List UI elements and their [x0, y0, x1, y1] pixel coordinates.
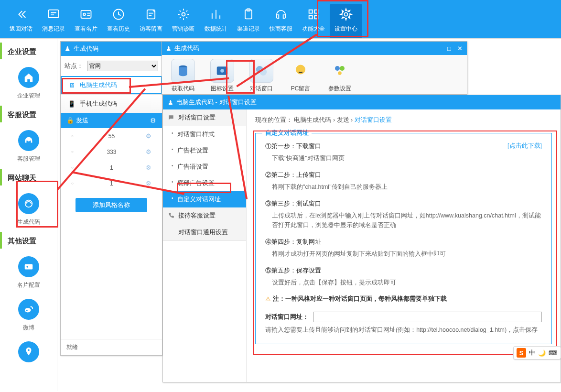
svg-point-24: [259, 68, 267, 76]
mobile-icon: 📱: [67, 99, 76, 108]
clipboard-icon: [232, 7, 265, 22]
sidebar-cat-agent: 客服设置: [0, 106, 57, 122]
step3-desc: 上传成功后，在ie浏览器中输入刚上传对话窗口网址，如http://www.kua…: [265, 211, 542, 230]
sidebar: 企业设置 企业管理 客服设置 客服管理 网站聊天 生成代码 其他设置 名片配置 …: [0, 39, 57, 391]
gencode-tab-mobile[interactable]: 📱手机生成代码: [61, 94, 162, 113]
svg-point-16: [26, 266, 28, 268]
wiz-chat[interactable]: 对话窗口: [247, 59, 276, 93]
chat-url-input[interactable]: [313, 312, 542, 322]
svg-point-28: [338, 71, 342, 75]
history-icon: [102, 7, 135, 22]
chat-icon: [249, 59, 273, 83]
sidebar-cat-webchat: 网站聊天: [0, 169, 57, 185]
nav-cat-reception[interactable]: 接待客服设置: [163, 207, 246, 224]
settings-window: 电脑生成代码 - 对话窗口设置 对话窗口设置 对话窗口样式 广告栏设置 广告语设…: [162, 95, 561, 382]
step1-title: ①第一步：下载窗口: [265, 142, 542, 151]
breadcrumb: 现在的位置： 电脑生成代码 › 发送 › 对话窗口设置: [255, 116, 552, 124]
wiz-pcmsg[interactable]: PC留言: [286, 59, 315, 93]
step2-desc: 将刚下载的"chat.html"传到自己的服务器上: [265, 182, 542, 192]
pcmsg-icon: [289, 59, 313, 83]
site-label: 站点：: [65, 62, 83, 70]
maximize-button[interactable]: □: [446, 45, 453, 52]
close-button[interactable]: ✕: [456, 45, 463, 52]
gear-icon: ⚙: [146, 132, 151, 140]
ime-toolbar[interactable]: S 中 🌙 ⌨: [513, 346, 561, 359]
topbar-channel[interactable]: 渠道记录: [232, 4, 265, 38]
step2-title: ②第二步：上传窗口: [265, 171, 542, 179]
site-select[interactable]: 官网: [87, 61, 158, 71]
svg-rect-1: [81, 11, 91, 18]
style-item[interactable]: 55⚙: [61, 128, 162, 144]
wizard-panel: 生成代码 — □ ✕ 获取代码 图标设置 对话窗口 PC留言 参数设置: [162, 41, 467, 95]
svg-rect-11: [314, 15, 318, 19]
style-item[interactable]: 333⚙: [61, 144, 162, 160]
sidebar-item-location[interactable]: [0, 338, 57, 371]
fieldset-legend: 自定义对话网址: [262, 129, 312, 137]
sidebar-item-enterprise[interactable]: 企业管理: [0, 63, 57, 106]
topbar-card[interactable]: 查看名片: [70, 4, 102, 38]
sidebar-item-weibo[interactable]: 微博: [0, 295, 57, 338]
topbar-note[interactable]: 访客留言: [135, 4, 167, 38]
svg-rect-10: [309, 15, 313, 19]
svg-rect-8: [309, 10, 313, 13]
nav-leaf-bottomad[interactable]: 底部广告设置: [163, 175, 246, 191]
svg-point-2: [83, 13, 86, 16]
svg-point-26: [335, 66, 340, 71]
weibo-icon: [18, 299, 39, 320]
wiz-iconset[interactable]: 图标设置: [208, 59, 237, 93]
topbar-history[interactable]: 查看历史: [102, 4, 135, 38]
breadcrumb-current[interactable]: 对话窗口设置: [355, 117, 392, 123]
add-style-button[interactable]: 添加风格名称: [76, 198, 147, 212]
gencode-tab-pc[interactable]: 🖥电脑生成代码: [61, 76, 162, 94]
url-label: 对话窗口网址：: [265, 313, 309, 321]
nav-leaf-adbar[interactable]: 广告栏设置: [163, 142, 246, 159]
step4-desc: 将刚才成功打开网页的网址复制下来粘贴到下面的输入框中即可: [265, 249, 542, 259]
svg-point-25: [296, 65, 305, 75]
gencode-title: 生成代码: [61, 42, 162, 56]
sidebar-item-agent[interactable]: 客服管理: [0, 126, 57, 169]
sidebar-item-gencode[interactable]: 生成代码: [0, 189, 57, 232]
topbar-back[interactable]: 返回对话: [5, 4, 37, 38]
nav-cat-chatwin[interactable]: 对话窗口设置: [163, 109, 246, 126]
topbar-support[interactable]: 快商客服: [265, 4, 297, 38]
settings-nav: 对话窗口设置 对话窗口样式 广告栏设置 广告语设置 底部广告设置 自定义对话网址…: [163, 109, 247, 382]
nav-leaf-adword[interactable]: 广告语设置: [163, 159, 246, 175]
msg-icon: [37, 7, 70, 22]
step1-desc: 下载"快商通"对话窗口网页: [265, 153, 542, 163]
gencode-section-send[interactable]: 🔒 发送⚙: [61, 113, 162, 128]
nav-leaf-customurl[interactable]: 自定义对话网址: [163, 191, 246, 207]
svg-rect-9: [314, 10, 318, 13]
step5-desc: 设置好后，点击【保存】按钮，提示成功即可: [265, 278, 542, 287]
url-hint: 请输入您需要上传且能够访问到的对话窗口网址(例如：http://tel.hooc…: [265, 326, 542, 334]
gear-icon: ⚙: [146, 180, 151, 187]
svg-rect-0: [49, 10, 59, 18]
style-item[interactable]: 1⚙: [61, 160, 162, 175]
moon-icon: 🌙: [538, 349, 546, 357]
idcard-icon: [18, 256, 39, 277]
wiz-param[interactable]: 参数设置: [325, 59, 354, 93]
svg-point-18: [26, 310, 27, 311]
minimize-button[interactable]: —: [435, 45, 442, 52]
pc-icon: 🖥: [67, 81, 76, 89]
topbar-msg[interactable]: 消息记录: [37, 4, 70, 38]
topbar-features[interactable]: 功能大全: [297, 4, 330, 38]
svg-point-22: [220, 69, 224, 73]
settings-title: 电脑生成代码 - 对话窗口设置: [163, 95, 561, 109]
status-label: 就绪: [61, 339, 162, 355]
svg-rect-15: [24, 264, 32, 270]
nav-cat-general[interactable]: 对话窗口通用设置: [163, 224, 246, 241]
svg-point-27: [340, 66, 345, 71]
param-icon: [328, 59, 352, 83]
nav-leaf-chatstyle[interactable]: 对话窗口样式: [163, 126, 246, 142]
topbar-diag[interactable]: 营销诊断: [167, 4, 200, 38]
svg-point-13: [27, 139, 30, 142]
gear-icon: ⚙: [150, 117, 156, 124]
download-link[interactable]: [点击此下载]: [507, 142, 542, 150]
style-item[interactable]: 1⚙: [61, 175, 162, 191]
topbar-stats[interactable]: 数据统计: [200, 4, 232, 38]
sidebar-item-cardconfig[interactable]: 名片配置: [0, 252, 57, 295]
gear-icon: ⚙: [146, 148, 151, 155]
topbar-settings[interactable]: 设置中心: [330, 4, 362, 38]
stats-icon: [200, 7, 232, 22]
wiz-getcode[interactable]: 获取代码: [169, 59, 197, 93]
